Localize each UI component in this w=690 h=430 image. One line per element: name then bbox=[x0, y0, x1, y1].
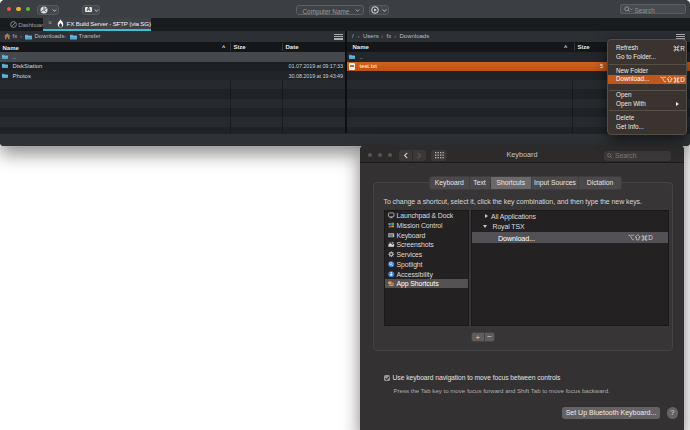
svg-text:D: D bbox=[680, 76, 685, 83]
svg-text:R: R bbox=[680, 45, 685, 52]
svg-text:D: D bbox=[648, 234, 653, 241]
